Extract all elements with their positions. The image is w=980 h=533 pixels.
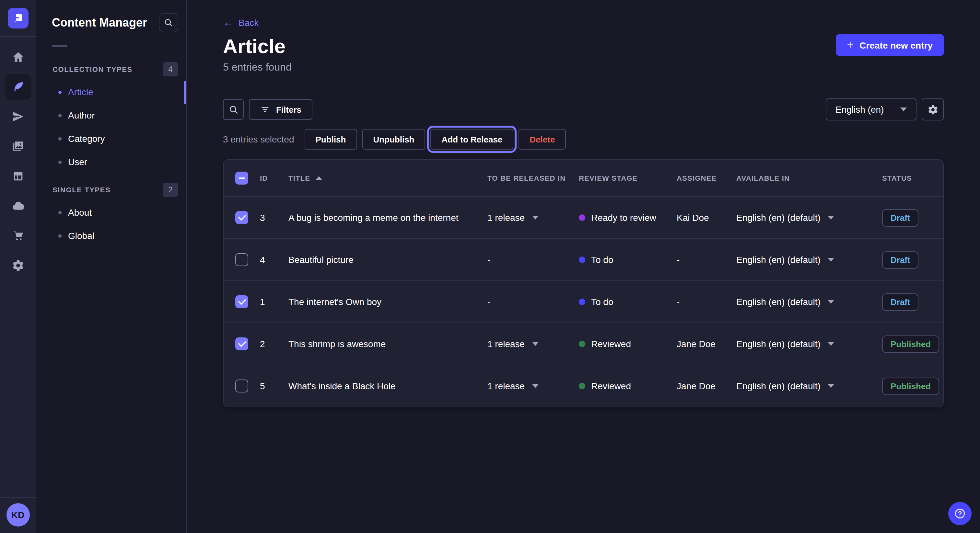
collection-types-count: 4 [163, 62, 178, 76]
cell-assignee: Kai Doe [677, 213, 736, 223]
release-dropdown[interactable]: 1 release [487, 381, 538, 391]
locale-value: English (en) (default) [736, 339, 821, 349]
nav-media-library[interactable] [5, 133, 31, 159]
locale-select[interactable]: English (en) [826, 98, 916, 121]
content-manager-subnav: Content Manager COLLECTION TYPES 4 Artic… [36, 0, 187, 533]
unpublish-button[interactable]: Unpublish [362, 129, 425, 150]
subnav-divider [52, 45, 67, 47]
active-item-indicator [184, 81, 186, 104]
locale-value: English (en) (default) [736, 297, 821, 307]
sidebar-item-author[interactable]: Author [36, 104, 186, 127]
sidebar-item-global[interactable]: Global [36, 224, 186, 247]
create-new-entry-label: Create new entry [859, 40, 933, 50]
gear-icon [927, 104, 938, 115]
status-badge: Published [882, 377, 939, 395]
selected-count-text: 3 entries selected [223, 134, 294, 144]
images-icon [11, 140, 24, 153]
nav-deploy[interactable] [5, 193, 31, 219]
bullet-icon [58, 137, 62, 140]
chevron-down-icon [900, 108, 907, 111]
cart-icon [11, 229, 24, 242]
nav-home[interactable] [5, 44, 31, 70]
chevron-down-icon [532, 384, 538, 388]
nav-content-type-builder[interactable] [5, 163, 31, 189]
release-dropdown[interactable]: 1 release [487, 339, 538, 349]
release-value: 1 release [487, 213, 525, 223]
sidebar-item-label: Category [68, 133, 105, 144]
filter-icon [260, 104, 270, 115]
cell-review-stage: Reviewed [579, 381, 677, 391]
locale-dropdown[interactable]: English (en) (default) [736, 297, 834, 307]
delete-button[interactable]: Delete [519, 129, 566, 150]
cell-title: The internet's Own boy [288, 297, 487, 307]
sidebar-item-label: Author [68, 110, 95, 121]
collection-types-header: COLLECTION TYPES 4 [36, 62, 186, 76]
table-row[interactable]: 3 A bug is becoming a meme on the intern… [224, 196, 943, 238]
publish-button[interactable]: Publish [304, 129, 357, 150]
entries-table: ID TITLE TO BE RELEASED IN REVIEW STAGE … [223, 159, 944, 408]
back-arrow-icon: ← [223, 17, 233, 28]
stage-label: To do [591, 254, 614, 265]
filters-label: Filters [276, 105, 301, 114]
nav-marketplace[interactable] [5, 223, 31, 249]
subnav-search-button[interactable] [159, 13, 178, 32]
view-settings-button[interactable] [922, 98, 944, 121]
row-checkbox[interactable] [235, 253, 248, 266]
create-new-entry-button[interactable]: + Create new entry [836, 34, 944, 56]
sidebar-item-label: User [68, 157, 87, 167]
filters-button[interactable]: Filters [249, 99, 312, 120]
strapi-logo[interactable] [8, 8, 28, 29]
user-avatar[interactable]: KD [6, 503, 30, 527]
row-checkbox[interactable] [235, 211, 248, 224]
back-link[interactable]: ← Back [223, 17, 259, 28]
single-types-count: 2 [163, 182, 178, 197]
nav-content-manager[interactable] [5, 74, 31, 100]
table-row[interactable]: 4 Beautiful picture - To do - English (e… [224, 238, 943, 281]
release-value: 1 release [487, 381, 525, 391]
nav-settings[interactable] [5, 252, 31, 279]
sidebar-item-category[interactable]: Category [36, 127, 186, 150]
cell-assignee: - [677, 254, 736, 265]
row-checkbox[interactable] [235, 379, 248, 392]
col-header-available: AVAILABLE IN [736, 174, 882, 182]
table-row[interactable]: 2 This shrimp is awesome 1 release Revie… [224, 322, 943, 365]
bullet-icon [58, 90, 62, 94]
nav-transfer[interactable] [5, 104, 31, 130]
locale-dropdown[interactable]: English (en) (default) [736, 339, 834, 349]
table-row[interactable]: 1 The internet's Own boy - To do - Engli… [224, 281, 943, 322]
locale-dropdown[interactable]: English (en) (default) [736, 381, 834, 391]
rail-divider [0, 36, 36, 37]
sidebar-item-label: Global [68, 230, 94, 241]
select-all-checkbox[interactable] [235, 171, 248, 185]
chevron-down-icon [828, 300, 834, 304]
add-to-release-button[interactable]: Add to Release [430, 129, 513, 150]
status-badge: Draft [882, 293, 919, 311]
row-checkbox[interactable] [235, 295, 248, 308]
locale-value: English (en) (default) [736, 213, 821, 223]
release-dropdown[interactable]: 1 release [487, 213, 538, 223]
search-icon [228, 104, 239, 115]
cell-id: 4 [260, 254, 288, 265]
help-button[interactable] [948, 502, 972, 525]
sidebar-item-article[interactable]: Article [36, 80, 186, 104]
sidebar-item-about[interactable]: About [36, 201, 186, 224]
table-row[interactable]: 5 What's inside a Black Hole 1 release R… [224, 365, 943, 407]
cell-review-stage: To do [579, 297, 677, 307]
col-header-status: STATUS [882, 174, 943, 182]
locale-value: English (en) (default) [736, 381, 821, 391]
table-header-row: ID TITLE TO BE RELEASED IN REVIEW STAGE … [224, 160, 943, 196]
sidebar-item-user[interactable]: User [36, 150, 186, 174]
release-value: 1 release [487, 339, 525, 349]
status-badge: Draft [882, 209, 919, 226]
cell-released: - [487, 254, 579, 265]
content-manager-app: KD Content Manager COLLECTION TYPES 4 Ar… [0, 0, 980, 533]
locale-dropdown[interactable]: English (en) (default) [736, 213, 834, 223]
chevron-down-icon [532, 216, 538, 219]
collection-types-list: Article Author Category User [36, 80, 186, 174]
col-header-title-sort[interactable]: TITLE [288, 174, 322, 182]
list-search-button[interactable] [223, 99, 244, 120]
single-types-label: SINGLE TYPES [52, 186, 110, 194]
locale-dropdown[interactable]: English (en) (default) [736, 254, 834, 265]
cell-assignee: - [677, 297, 736, 307]
row-checkbox[interactable] [235, 338, 248, 351]
